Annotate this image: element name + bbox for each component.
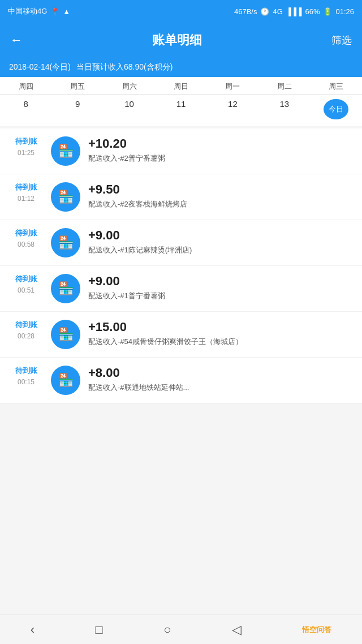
speed-label: 467B/s [234, 7, 257, 16]
transaction-left-3: 待到账 00:51 [9, 274, 43, 294]
signal-icon: ▲ [63, 7, 70, 16]
daily-income: 当日预计收入68.90(含积分) [76, 62, 173, 72]
shop-icon-2: 🏪 [51, 228, 80, 257]
transaction-list: 待到账 01:25 🏪 +10.20 配送收入-#2普宁番薯粥 待到账 01:1… [0, 128, 362, 403]
table-row[interactable]: 待到账 00:58 🏪 +9.00 配送收入-#1陈记麻辣烫(坪洲店) [0, 220, 362, 266]
nav-logo: 悟空问答 [291, 620, 343, 639]
bottom-nav-bar: ‹ □ ○ ◁ 悟空问答 [0, 615, 362, 644]
date-8[interactable]: 8 [0, 97, 51, 122]
shop-icon-3: 🏪 [51, 274, 80, 303]
filter-button[interactable]: 筛选 [331, 33, 352, 47]
transaction-icon-wrap-0: 🏪 [50, 136, 81, 166]
table-row[interactable]: 待到账 00:51 🏪 +9.00 配送收入-#1普宁番薯粥 [0, 266, 362, 312]
transaction-right-1: +9.50 配送收入-#2夜客栈海鲜烧烤店 [88, 182, 353, 209]
transaction-left-4: 待到账 00:28 [9, 320, 43, 340]
transaction-status-1: 待到账 [15, 182, 37, 192]
transaction-icon-wrap-5: 🏪 [50, 366, 81, 395]
transaction-time-4: 00:28 [18, 332, 35, 340]
week-calendar: 周四 周五 周六 周日 周一 周二 周三 8 9 10 11 12 13 今日 [0, 77, 362, 126]
date-bar: 2018-02-14(今日) 当日预计收入68.90(含积分) [0, 58, 362, 77]
transaction-amount-3: +9.00 [88, 274, 353, 289]
shop-icon-0: 🏪 [51, 136, 80, 166]
transaction-desc-3: 配送收入-#1普宁番薯粥 [88, 291, 353, 301]
transaction-amount-5: +8.00 [88, 366, 353, 380]
transaction-status-3: 待到账 [15, 274, 37, 284]
transaction-time-1: 01:12 [18, 195, 35, 203]
transaction-right-2: +9.00 配送收入-#1陈记麻辣烫(坪洲店) [88, 228, 353, 255]
today-circle: 今日 [324, 99, 348, 119]
header: ← 账单明细 筛选 [0, 23, 362, 58]
status-left: 中国移动4G 📍 ▲ [8, 6, 70, 16]
table-row[interactable]: 待到账 00:28 🏪 +15.00 配送收入-#54咸骨煲仔粥爽滑饺子王（海城… [0, 312, 362, 358]
week-days-header: 周四 周五 周六 周日 周一 周二 周三 [0, 77, 362, 95]
transaction-time-3: 00:51 [18, 286, 35, 294]
weekday-mon: 周一 [207, 77, 258, 94]
transaction-left-0: 待到账 01:25 [9, 136, 43, 157]
transaction-right-0: +10.20 配送收入-#2普宁番薯粥 [88, 136, 353, 164]
signal-bars-icon: ▐▐▐ [286, 7, 302, 16]
status-bar: 中国移动4G 📍 ▲ 467B/s 🕐 4G ▐▐▐ 66% 🔋 01:26 [0, 0, 362, 23]
transaction-left-5: 待到账 00:15 [9, 366, 43, 386]
weekday-sun: 周日 [155, 77, 206, 94]
transaction-desc-1: 配送收入-#2夜客栈海鲜烧烤店 [88, 199, 353, 209]
back-button[interactable]: ← [10, 33, 23, 48]
transaction-status-0: 待到账 [15, 136, 37, 147]
transaction-desc-0: 配送收入-#2普宁番薯粥 [88, 153, 353, 164]
date-11[interactable]: 11 [155, 97, 206, 122]
nav-prev-button[interactable]: ◁ [221, 618, 253, 642]
transaction-left-2: 待到账 00:58 [9, 228, 43, 248]
transaction-status-5: 待到账 [15, 366, 37, 376]
transaction-icon-wrap-3: 🏪 [50, 274, 81, 303]
transaction-status-4: 待到账 [15, 320, 37, 330]
transaction-right-5: +8.00 配送收入-#联通地铁站延伸站... [88, 366, 353, 393]
page-title: 账单明细 [23, 32, 331, 49]
transaction-right-3: +9.00 配送收入-#1普宁番薯粥 [88, 274, 353, 301]
weekday-wed: 周三 [311, 77, 362, 94]
transaction-icon-wrap-4: 🏪 [50, 320, 81, 349]
shop-icon-4: 🏪 [51, 320, 80, 349]
table-row[interactable]: 待到账 01:25 🏪 +10.20 配送收入-#2普宁番薯粥 [0, 128, 362, 174]
date-today[interactable]: 今日 [311, 97, 362, 122]
nav-home-button[interactable]: □ [84, 618, 114, 642]
transaction-icon-wrap-2: 🏪 [50, 228, 81, 257]
transaction-time-2: 00:58 [18, 241, 35, 248]
time-label: 01:26 [335, 7, 354, 16]
table-row[interactable]: 待到账 01:12 🏪 +9.50 配送收入-#2夜客栈海鲜烧烤店 [0, 174, 362, 220]
transaction-amount-1: +9.50 [88, 182, 353, 197]
transaction-amount-2: +9.00 [88, 228, 353, 243]
status-right: 467B/s 🕐 4G ▐▐▐ 66% 🔋 01:26 [234, 7, 354, 16]
weekday-fri: 周五 [51, 77, 103, 94]
table-row[interactable]: 待到账 00:15 🏪 +8.00 配送收入-#联通地铁站延伸站... [0, 358, 362, 403]
transaction-amount-4: +15.00 [88, 320, 353, 334]
weekday-tue: 周二 [258, 77, 310, 94]
shop-icon-5: 🏪 [51, 366, 80, 395]
transaction-time-5: 00:15 [18, 378, 35, 386]
shop-icon-1: 🏪 [51, 182, 80, 212]
nav-circle-button[interactable]: ○ [152, 618, 182, 642]
transaction-right-4: +15.00 配送收入-#54咸骨煲仔粥爽滑饺子王（海城店） [88, 320, 353, 347]
nav-back-button[interactable]: ‹ [19, 618, 46, 642]
transaction-time-0: 01:25 [18, 149, 35, 157]
battery-label: 66% [305, 7, 320, 16]
date-10[interactable]: 10 [104, 97, 155, 122]
transaction-amount-0: +10.20 [88, 136, 353, 151]
network-label: 4G [273, 7, 282, 16]
battery-icon: 🔋 [323, 7, 332, 16]
transaction-icon-wrap-1: 🏪 [50, 182, 81, 212]
date-13[interactable]: 13 [258, 97, 310, 122]
transaction-desc-2: 配送收入-#1陈记麻辣烫(坪洲店) [88, 245, 353, 255]
week-dates-row: 8 9 10 11 12 13 今日 [0, 95, 362, 126]
date-9[interactable]: 9 [51, 97, 103, 122]
clock-icon: 🕐 [260, 7, 269, 16]
date-12[interactable]: 12 [207, 97, 258, 122]
weekday-thu: 周四 [0, 77, 51, 94]
transaction-status-2: 待到账 [15, 228, 37, 238]
weekday-sat: 周六 [104, 77, 155, 94]
transaction-desc-4: 配送收入-#54咸骨煲仔粥爽滑饺子王（海城店） [88, 337, 353, 347]
carrier-label: 中国移动4G [8, 6, 47, 16]
transaction-desc-5: 配送收入-#联通地铁站延伸站... [88, 383, 353, 393]
current-date: 2018-02-14(今日) [9, 62, 71, 72]
transaction-left-1: 待到账 01:12 [9, 182, 43, 203]
location-icon: 📍 [50, 7, 59, 16]
